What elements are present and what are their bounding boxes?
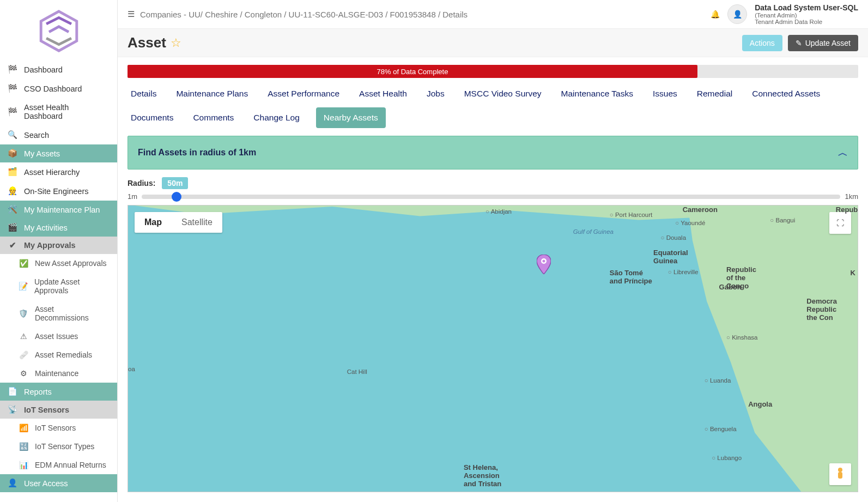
tab-issues[interactable]: Issues bbox=[650, 83, 681, 104]
tab-details[interactable]: Details bbox=[128, 83, 160, 104]
sidebar-item-cso-dashboard[interactable]: 🏁CSO Dashboard bbox=[0, 79, 117, 98]
tab-documents[interactable]: Documents bbox=[128, 107, 177, 128]
gauge-icon: 🏁 bbox=[8, 84, 17, 93]
remedy-icon: 🩹 bbox=[19, 350, 28, 359]
breadcrumb: ☰ Companies - UU/ Cheshire / Congleton /… bbox=[128, 9, 468, 19]
sidebar-heading-iot-sensors[interactable]: 📡IoT Sensors bbox=[0, 401, 117, 419]
svg-point-4 bbox=[543, 260, 545, 263]
sidebar-item-new-asset-approvals[interactable]: ✅New Asset Approvals bbox=[4, 254, 117, 273]
sidebar-item-update-asset-approvals[interactable]: 📝Update Asset Approvals bbox=[4, 273, 117, 300]
map-type-satellite[interactable]: Satellite bbox=[172, 212, 222, 233]
slider-min: 1m bbox=[128, 192, 137, 201]
sidebar-item-asset-hierarchy[interactable]: 🗂️Asset Hierarchy bbox=[0, 162, 117, 182]
tab-maintenance-tasks[interactable]: Maintenance Tasks bbox=[558, 83, 636, 104]
notifications-icon[interactable]: 🔔 bbox=[711, 10, 720, 19]
radius-label: Radius: bbox=[128, 179, 155, 188]
sidebar-item-iot-sensor-types[interactable]: 🔣IoT Sensor Types bbox=[4, 437, 117, 456]
map-label-douala: Douala bbox=[660, 234, 686, 241]
sidebar-item-onsite-engineers[interactable]: 👷On-Site Engineers bbox=[0, 182, 117, 201]
edit-icon: 📝 bbox=[19, 282, 28, 291]
tab-asset-health[interactable]: Asset Health bbox=[356, 83, 410, 104]
map-label-roc: Republic of the Congo bbox=[726, 265, 756, 290]
activity-icon: 🎬 bbox=[8, 223, 17, 232]
tab-nearby-assets[interactable]: Nearby Assets bbox=[316, 107, 386, 128]
main-content: ☰ Companies - UU/ Cheshire / Congleton /… bbox=[118, 0, 868, 502]
tabs: DetailsMaintenance PlansAsset Performanc… bbox=[118, 83, 868, 128]
map-label-benguela: Benguela bbox=[705, 426, 737, 432]
radius-slider[interactable]: 1m 1km bbox=[118, 192, 868, 205]
map-label-gulf: Gulf of Guinea bbox=[573, 228, 614, 235]
sidebar-item-iot-sensors[interactable]: 📶IoT Sensors bbox=[4, 419, 117, 437]
tab-connected-assets[interactable]: Connected Assets bbox=[749, 83, 823, 104]
map-label-cat-hill: Cat Hill bbox=[347, 368, 367, 375]
radius-row: Radius: 50m bbox=[118, 170, 868, 192]
approve-icon: ✅ bbox=[19, 259, 28, 268]
update-asset-button[interactable]: ✎ Update Asset bbox=[788, 35, 858, 51]
sidebar-item-asset-health-dashboard[interactable]: 🏁Asset Health Dashboard bbox=[0, 98, 117, 125]
map-label-luanda: Luanda bbox=[705, 377, 731, 384]
topbar: ☰ Companies - UU/ Cheshire / Congleton /… bbox=[118, 0, 868, 29]
user-name: Data Load System User-SQL bbox=[755, 3, 858, 12]
fullscreen-button[interactable]: ⛶ bbox=[829, 212, 851, 234]
sidebar-item-dashboard[interactable]: 🏁Dashboard bbox=[0, 60, 117, 79]
map-label-k: K bbox=[851, 269, 855, 277]
edit-icon: ✎ bbox=[796, 39, 802, 47]
sidebar-heading-my-activities[interactable]: 🎬My Activities bbox=[0, 219, 117, 237]
gear-icon: ⚙ bbox=[19, 369, 28, 378]
map-label-bangui: Bangui bbox=[770, 217, 795, 223]
tab-remedial[interactable]: Remedial bbox=[694, 83, 736, 104]
breadcrumb-text[interactable]: Companies - UU/ Cheshire / Congleton / U… bbox=[140, 10, 468, 19]
map-type-toggle: Map Satellite bbox=[135, 212, 222, 233]
wrench-icon: 🛠️ bbox=[8, 205, 17, 214]
map-type-map[interactable]: Map bbox=[135, 212, 172, 233]
map-label-sao-tome: São Tomé and Príncipe bbox=[610, 269, 652, 285]
sidebar-item-maintenance[interactable]: ⚙Maintenance bbox=[4, 364, 117, 383]
sidebar-item-asset-issues[interactable]: ⚠Asset Issues bbox=[4, 327, 117, 346]
tab-mscc-video-survey[interactable]: MSCC Video Survey bbox=[461, 83, 545, 104]
tab-jobs[interactable]: Jobs bbox=[423, 83, 448, 104]
tab-maintenance-plans[interactable]: Maintenance Plans bbox=[173, 83, 251, 104]
hardhat-icon: 👷 bbox=[8, 186, 17, 196]
map-label-st-helena: St Helena, Ascension and Tristan bbox=[464, 463, 501, 488]
slider-max: 1km bbox=[845, 192, 858, 201]
slider-track[interactable] bbox=[142, 195, 840, 199]
sidebar-heading-my-assets[interactable]: 📦My Assets bbox=[0, 144, 117, 162]
page-title: Asset bbox=[128, 34, 166, 51]
map[interactable]: Map Satellite ⛶ Gulf of Guinea Abidjan P… bbox=[128, 205, 858, 492]
favorite-star-icon[interactable]: ☆ bbox=[171, 36, 181, 50]
shield-icon: 🛡️ bbox=[19, 309, 28, 318]
sidebar-heading-my-approvals[interactable]: ✔My Approvals bbox=[0, 237, 117, 254]
panel-header[interactable]: Find Assets in radius of 1km ︿ bbox=[128, 136, 858, 170]
map-label-port-harcourt: Port Harcourt bbox=[610, 211, 653, 218]
user-icon: 👤 bbox=[8, 479, 17, 488]
titlebar: Asset ☆ Actions ✎ Update Asset bbox=[118, 29, 868, 57]
sidebar-item-edm-annual-returns[interactable]: 📊EDM Annual Returns bbox=[4, 456, 117, 474]
logo bbox=[0, 0, 117, 60]
tab-asset-performance[interactable]: Asset Performance bbox=[264, 83, 343, 104]
search-icon: 🔍 bbox=[8, 130, 17, 140]
map-label-oa: oa bbox=[128, 366, 135, 372]
sidebar-item-search[interactable]: 🔍Search bbox=[0, 125, 117, 144]
sidebar-heading-reports[interactable]: 📄Reports bbox=[0, 383, 117, 401]
avatar[interactable]: 👤 bbox=[727, 4, 747, 24]
map-label-kinshasa: Kinshasa bbox=[726, 334, 757, 341]
user-role1: (Tenant Admin) bbox=[755, 12, 797, 19]
chevron-up-icon[interactable]: ︿ bbox=[838, 146, 848, 159]
sidebar-item-asset-decommissions[interactable]: 🛡️Asset Decommissions bbox=[4, 300, 117, 327]
gauge-icon: 🏁 bbox=[8, 65, 17, 74]
tab-change-log[interactable]: Change Log bbox=[250, 107, 302, 128]
sidebar-heading-user-access[interactable]: 👤User Access bbox=[0, 474, 117, 492]
returns-icon: 📊 bbox=[19, 461, 28, 469]
actions-button[interactable]: Actions bbox=[742, 35, 782, 51]
map-marker[interactable] bbox=[537, 255, 551, 274]
user-info: Data Load System User-SQL (Tenant Admin)… bbox=[755, 3, 858, 25]
sidebar-heading-my-maintenance-plan[interactable]: 🛠️My Maintenance Plan bbox=[0, 201, 117, 219]
hamburger-icon[interactable]: ☰ bbox=[128, 9, 135, 19]
box-icon: 📦 bbox=[8, 149, 17, 158]
map-label-yaounde: Yaoundé bbox=[675, 220, 705, 226]
streetview-pegman[interactable] bbox=[829, 463, 851, 485]
sidebar-item-asset-remedials[interactable]: 🩹Asset Remedials bbox=[4, 346, 117, 364]
slider-thumb[interactable] bbox=[172, 192, 181, 202]
map-label-angola: Angola bbox=[748, 400, 772, 408]
tab-comments[interactable]: Comments bbox=[190, 107, 237, 128]
